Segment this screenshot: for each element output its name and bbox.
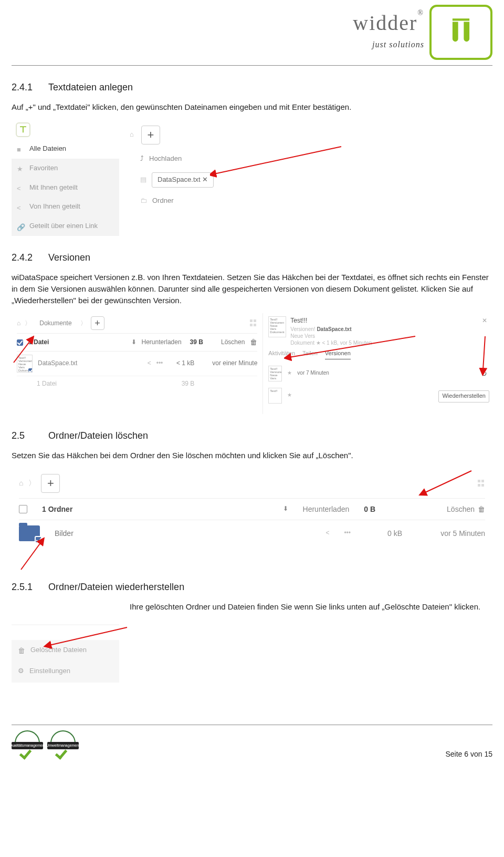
view-grid-icon[interactable] [250, 319, 257, 327]
download-button[interactable]: Herunterladen [303, 504, 350, 514]
sidebar-nav: ■Alle Dateien ★Favoriten <Mit Ihnen gete… [12, 139, 119, 236]
page-header: widder® just solutions [12, 3, 492, 66]
cert-badge-qm: Qualitätsmanagement [12, 730, 43, 759]
folder-icon: 🗀 [140, 196, 147, 206]
add-button[interactable]: + [91, 316, 104, 330]
para-2-4-1: Auf „+" und „Textdatei" klicken, den gew… [12, 101, 492, 113]
screenshot-delete: ⌂〉 + 1 Ordner ⬇ Herunterladen 0 B Lösche… [12, 469, 492, 555]
version-thumb: Test!!Versionen!Neue Vers [268, 366, 282, 381]
selection-count: 1 Ordner [42, 504, 72, 514]
detail-filename: DataSpace.txt [317, 326, 351, 332]
view-grid-icon[interactable] [478, 480, 485, 487]
select-all-checkbox[interactable] [17, 339, 23, 346]
folder-size: 0 kB [365, 528, 402, 539]
folder-time: vor 5 Minuten [417, 528, 485, 539]
tab-share[interactable]: Teilen [302, 349, 318, 359]
selection-count: 1 Datei [28, 338, 49, 347]
detail-title: Test!!! [290, 316, 478, 325]
para-2-5-1: Ihre gelöschten Ordner und Dateien finde… [130, 601, 492, 613]
para-2-4-2: wiDataSpace speichert Versionen z.B. von… [12, 272, 492, 306]
folder-icon-checked[interactable] [19, 525, 40, 541]
sidebar-item-fav[interactable]: ★Favoriten [12, 159, 119, 178]
trash-icon: 🗑 [18, 645, 25, 656]
screenshot-versions: ⌂ 〉 Dokumente 〉 + 1 Datei ⬇ Herunterlade… [12, 313, 492, 414]
select-all-checkbox[interactable] [19, 505, 27, 513]
para-2-5: Setzen Sie das Häkchen bei dem Ordner de… [12, 450, 492, 461]
link-icon: 🔗 [17, 223, 24, 230]
tab-activities[interactable]: Aktivitäten [268, 349, 295, 359]
delete-button[interactable]: Löschen [447, 504, 475, 514]
sidebar-item-shared-by[interactable]: <Von Ihnen geteilt [12, 197, 119, 216]
download-button[interactable]: Herunterladen [142, 338, 182, 347]
breadcrumb-docs[interactable]: Dokumente [35, 318, 76, 329]
more-icon[interactable]: ••• [156, 359, 163, 368]
summary-size: 39 B [182, 379, 195, 388]
version-time: vor 7 Minuten [297, 369, 329, 377]
file-time: vor einer Minute [200, 359, 257, 368]
summary-count: 1 Datei [37, 379, 57, 388]
page-number: Seite 6 von 15 [445, 749, 492, 759]
detail-meta: < 1 kB, vor 5 Minuten [322, 340, 372, 346]
file-thumb[interactable]: Test!! Versionen Neue Vers Dokum [17, 355, 33, 373]
add-button[interactable]: + [41, 474, 60, 493]
folder-icon: ■ [17, 145, 24, 152]
tab-files[interactable]: Dateien ▾ [36, 125, 65, 135]
share-icon[interactable] [326, 529, 329, 538]
delete-button[interactable]: Löschen [221, 338, 245, 347]
download-icon: ⬇ [283, 504, 288, 513]
home-icon[interactable]: ⌂ [130, 130, 134, 140]
screenshot-create-textfile: ⊤ Dateien ▾ ■Alle Dateien ★Favoriten <Mi… [12, 120, 492, 236]
share-in-icon: < [17, 184, 24, 191]
selection-size: 0 B [364, 504, 375, 514]
file-name[interactable]: DataSpace.txt [38, 359, 77, 368]
sidebar-item-link[interactable]: 🔗Geteilt über einen Link [12, 216, 119, 236]
share-out-icon: < [17, 203, 24, 211]
menu-new-folder[interactable]: 🗀Ordner [140, 192, 482, 210]
heading-2-4-2: 2.4.2Versionen [12, 251, 492, 264]
version-thumb: Test!! [268, 388, 282, 404]
gear-icon: ⚙ [18, 666, 24, 676]
brand-name: widder® [353, 8, 424, 38]
home-icon[interactable]: ⌂ [17, 319, 20, 328]
home-icon[interactable]: ⌂ [19, 478, 23, 488]
trash-icon: 🗑 [478, 504, 485, 514]
sidebar-item-deleted[interactable]: 🗑Gelöschte Dateien [12, 640, 119, 661]
menu-new-textfile[interactable]: ▤DataSpace.txt ✕ [140, 168, 482, 192]
heading-2-5: 2.5Ordner/Dateien löschen [12, 429, 492, 442]
add-button[interactable]: + [141, 126, 160, 144]
restore-tooltip: Wiederherstellen [438, 390, 489, 402]
brand-logo-icon [429, 5, 492, 60]
file-icon: ▤ [140, 175, 146, 185]
heading-2-4-1: 2.4.1Textdateien anlegen [12, 80, 492, 94]
trash-icon: 🗑 [250, 337, 257, 347]
sidebar-item-all[interactable]: ■Alle Dateien [12, 139, 119, 159]
page-footer: Qualitätsmanagement Umweltmanagement Sei… [12, 725, 492, 759]
detail-thumb: Test!! Versionen Neue Vers Dokument [268, 316, 286, 337]
sidebar-item-settings[interactable]: ⚙Einstellungen [12, 661, 119, 682]
download-icon: ⬇ [131, 338, 136, 347]
upload-icon: ⤴ [140, 154, 144, 164]
sidebar-item-shared-with[interactable]: <Mit Ihnen geteilt [12, 178, 119, 198]
screenshot-deleted-sidebar: 🗑Gelöschte Dateien ⚙Einstellungen [12, 624, 119, 683]
tab-versions[interactable]: Versionen [325, 349, 351, 359]
file-size: < 1 kB [168, 359, 194, 368]
folder-name[interactable]: Bilder [55, 528, 74, 539]
cert-badge-um: Umweltmanagement [47, 730, 79, 759]
restore-icon[interactable]: ↻ [481, 368, 487, 379]
close-icon[interactable]: ✕ [482, 316, 487, 325]
menu-upload[interactable]: ⤴Hochladen [140, 150, 482, 168]
heading-2-5-1: 2.5.1Ordner/Dateien wiederherstellen [12, 580, 492, 594]
star-icon: ★ [17, 164, 24, 172]
selection-size: 39 B [190, 338, 203, 347]
share-icon[interactable] [148, 359, 151, 368]
brand-tagline: just solutions [353, 38, 424, 50]
detail-tabs: Aktivitäten Teilen Versionen [268, 349, 487, 359]
more-icon[interactable]: ••• [344, 529, 351, 538]
app-logo-icon: ⊤ [16, 122, 30, 137]
